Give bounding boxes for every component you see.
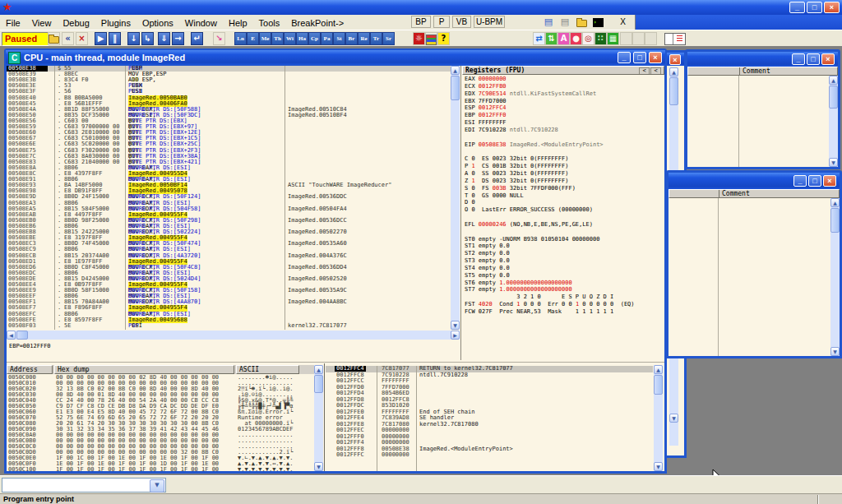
pane-button-me[interactable]: Me bbox=[259, 32, 271, 45]
dump-row[interactable]: 0050C1001F 00 1F 00 1F 00 1F 00 1F 00 1F… bbox=[7, 467, 314, 471]
p-button[interactable]: P bbox=[433, 16, 450, 28]
column-divider[interactable] bbox=[285, 66, 285, 330]
grid-button[interactable]: ▦ bbox=[607, 32, 619, 45]
open-file-button[interactable] bbox=[48, 32, 60, 45]
stack-row[interactable]: 0012FFC47C817077RETURN to kernel32.7C817… bbox=[326, 366, 653, 372]
scrollbar-thumb[interactable] bbox=[314, 375, 323, 393]
updown-button[interactable]: ⇅ bbox=[545, 32, 557, 45]
restore-button[interactable]: □ bbox=[807, 2, 822, 13]
cpu-close-button[interactable]: × bbox=[649, 52, 662, 63]
record-button[interactable]: ● bbox=[570, 32, 582, 45]
pane-button-pa[interactable]: Pa bbox=[321, 32, 333, 45]
step-into-button[interactable]: ↓ bbox=[127, 32, 140, 45]
register-line[interactable]: FCW 027F Prec NEAR,53 Mask 1 1 1 1 1 1 bbox=[465, 309, 664, 317]
title-bar[interactable]: ★ _ □ × bbox=[0, 0, 842, 15]
comment-window-top[interactable]: _ □ × Comment ▲ ▼ bbox=[685, 49, 840, 169]
pane-button-st[interactable]: St bbox=[333, 32, 345, 45]
scroll-up-icon[interactable]: ▲ bbox=[654, 365, 663, 374]
pane-button-sr[interactable]: Sr bbox=[382, 32, 395, 45]
register-line[interactable]: EDI 7C910228 ntdll.7C910228 bbox=[465, 127, 664, 135]
stack-row[interactable]: 0012FFEC00000000 bbox=[326, 428, 653, 434]
register-line[interactable]: EIP 00508E38 ImageRed.<ModuleEntryPoint> bbox=[465, 142, 664, 150]
close-button[interactable]: × bbox=[823, 175, 836, 187]
log-icon[interactable]: ▤ bbox=[559, 16, 571, 27]
animate-over-button[interactable]: → bbox=[172, 32, 184, 45]
scroll-up-icon[interactable]: ▲ bbox=[669, 67, 678, 76]
maximize-button[interactable]: □ bbox=[808, 175, 821, 187]
scrollbar-thumb[interactable] bbox=[451, 76, 460, 100]
scroll-up-icon[interactable]: ▲ bbox=[451, 66, 460, 75]
pane-button-tr[interactable]: Tr bbox=[370, 32, 382, 45]
goto-button[interactable]: ↘ bbox=[213, 32, 225, 45]
stack-scrollbar[interactable]: ▲ ▼ bbox=[654, 365, 663, 471]
run-button[interactable]: ▶ bbox=[95, 32, 107, 45]
stack-row[interactable]: 0012FFDC853D1020 bbox=[326, 403, 653, 409]
notes-icon[interactable]: ▤ bbox=[543, 16, 554, 27]
execute-till-return-button[interactable]: ↵ bbox=[191, 32, 203, 45]
disasm-row[interactable]: 00508EFE.E8 8597F8FFCALL ImageRed.004956… bbox=[7, 317, 451, 323]
bp-button[interactable]: BP bbox=[411, 16, 431, 28]
close-button[interactable]: × bbox=[821, 53, 835, 65]
help-button[interactable]: ? bbox=[437, 32, 450, 45]
maximize-button[interactable]: □ bbox=[807, 53, 820, 65]
scroll-down-icon[interactable]: ▼ bbox=[314, 462, 323, 471]
dump-column-header[interactable]: Address bbox=[7, 365, 53, 374]
close-program-button[interactable]: × bbox=[76, 32, 88, 45]
dump-column-header[interactable]: ASCII bbox=[236, 365, 299, 374]
background-window-close-button[interactable]: × bbox=[669, 54, 681, 65]
swap-arrows-button[interactable]: ⇄ bbox=[533, 32, 545, 45]
scroll-right-icon[interactable]: ▶ bbox=[451, 331, 460, 340]
minimize-button[interactable]: _ bbox=[792, 53, 805, 65]
pane-button-wi[interactable]: Wi bbox=[284, 32, 296, 45]
column-divider[interactable] bbox=[125, 66, 126, 330]
stack-row[interactable]: 0012FFE0FFFFFFFFEnd of SEH chain bbox=[326, 409, 653, 416]
ubpm-button[interactable]: U-BPM bbox=[474, 16, 505, 28]
scroll-down-icon[interactable]: ▼ bbox=[451, 321, 460, 330]
assemble-button[interactable]: A bbox=[557, 32, 570, 45]
console-icon[interactable]: › bbox=[592, 16, 604, 27]
pane-button-ln[interactable]: Ln bbox=[234, 32, 247, 45]
disasm-row[interactable]: 00508E3E.53PUSH EBX bbox=[7, 83, 451, 89]
binary-button[interactable]: ∷ bbox=[594, 32, 607, 45]
scrollbar-thumb[interactable] bbox=[654, 375, 663, 395]
pause-button[interactable]: ‖ bbox=[109, 32, 121, 45]
close-button[interactable]: × bbox=[824, 2, 840, 13]
scrollbar-thumb[interactable] bbox=[16, 331, 28, 340]
cpu-minimize-button[interactable]: _ bbox=[618, 52, 631, 63]
dump-column-header[interactable]: Hex dump bbox=[54, 365, 234, 374]
comment-window-bottom-titlebar[interactable]: _ □ × bbox=[669, 173, 840, 189]
stack-row[interactable]: 0012FFCCFFFFFFFF bbox=[326, 378, 653, 385]
pane-button-br[interactable]: Br bbox=[345, 32, 358, 45]
panes-layout-button[interactable] bbox=[663, 32, 687, 45]
pane-divider[interactable] bbox=[460, 66, 461, 360]
stack-row[interactable]: 0012FFF000000000 bbox=[326, 434, 653, 441]
scroll-down-icon[interactable]: ▼ bbox=[829, 158, 838, 167]
plugin-close-button[interactable]: X bbox=[617, 16, 629, 28]
options-gear-button[interactable]: ☼ bbox=[413, 32, 425, 45]
minimize-button[interactable]: _ bbox=[789, 2, 805, 13]
scroll-up-icon[interactable]: ▲ bbox=[830, 198, 840, 207]
vb-button[interactable]: VB bbox=[452, 16, 471, 28]
stack-pane[interactable]: 0012FFC47C817077RETURN to kernel32.7C817… bbox=[326, 366, 653, 471]
registers-prev-button[interactable]: < bbox=[639, 67, 650, 75]
scrollbar-thumb[interactable] bbox=[829, 86, 838, 109]
open-folder-icon[interactable] bbox=[576, 16, 587, 27]
stack-row[interactable]: 0012FFFC00000000 bbox=[326, 452, 653, 459]
appearance-button[interactable] bbox=[425, 32, 437, 45]
disasm-row[interactable]: 00508E3B.83C4 F0ADD ESP,-10 bbox=[7, 77, 451, 83]
stack-row[interactable]: 0012FFD07FFD7000 bbox=[326, 385, 653, 391]
dump-scrollbar[interactable]: ▲ ▼ bbox=[314, 365, 323, 471]
scroll-down-icon[interactable]: ▼ bbox=[830, 347, 840, 356]
combobox-dropdown-icon[interactable]: ▼ bbox=[150, 479, 164, 492]
disassembly-scrollbar[interactable]: ▲ ▼ bbox=[451, 66, 460, 330]
registers-pane[interactable]: EAX 00000000ECX 0012FFB0EDX 7C90E514 ntd… bbox=[465, 76, 664, 319]
cpu-window[interactable]: CCPU - main thread, module ImageRed _ □ … bbox=[4, 49, 667, 474]
stack-row[interactable]: 0012FFC87C910228ntdll.7C910228 bbox=[326, 372, 653, 379]
cpu-window-titlebar[interactable]: CCPU - main thread, module ImageRed _ □ … bbox=[6, 50, 665, 65]
stack-row[interactable]: 0012FFD80012FFC8 bbox=[326, 397, 653, 404]
minimize-button[interactable]: _ bbox=[793, 175, 807, 187]
disasm-row[interactable]: 00508F03.5EPOP ESIkernel32.7C817077 bbox=[7, 323, 451, 329]
scroll-up-icon[interactable]: ▲ bbox=[314, 365, 323, 374]
disassembly-pane[interactable]: 00508E38$55PUSH EBP00508E39.8BECMOV EBP,… bbox=[7, 66, 451, 330]
comment-window-top-titlebar[interactable]: _ □ × bbox=[687, 52, 838, 67]
